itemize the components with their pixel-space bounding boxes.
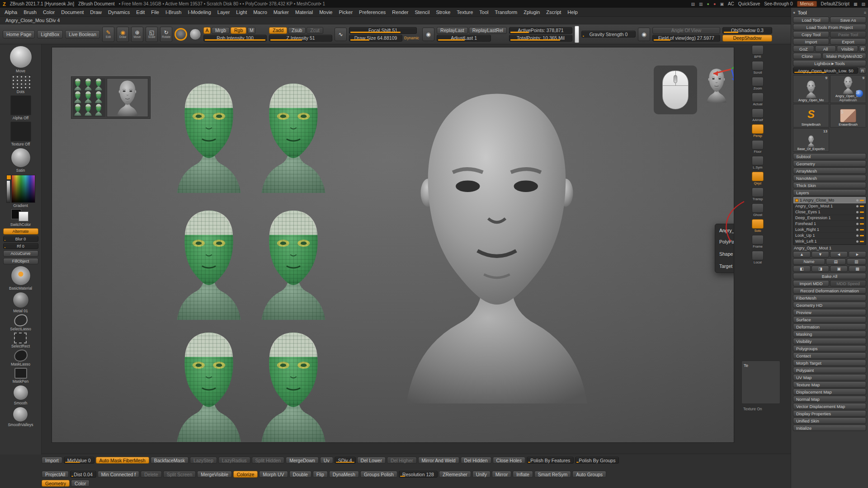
bottom-button[interactable]: Polish By Groups (575, 457, 619, 464)
rgb-toggle[interactable]: Rgb (231, 27, 246, 34)
import-mdd-button[interactable]: Import MDD (793, 280, 829, 286)
layer-visibility-icon[interactable] (856, 211, 859, 213)
menu-item[interactable]: Stroke (436, 9, 450, 15)
left-tool-item[interactable]: Alpha Off (10, 95, 31, 120)
right-shelf-button[interactable]: BPR (752, 45, 764, 59)
blur-slider[interactable]: Blur 0 (3, 236, 38, 242)
bottom-button[interactable]: Import (42, 457, 62, 464)
bottom-button[interactable]: Smart ReSym (534, 471, 571, 478)
active-tool-label[interactable]: Angry_Close_Mou SDiv 4 (5, 18, 60, 23)
right-shelf-button[interactable]: Scroll (752, 61, 764, 75)
bottom-button[interactable]: ProjectAll (42, 471, 69, 478)
menu-item[interactable]: Marker (274, 9, 289, 15)
menu-item[interactable]: Edit (136, 9, 145, 15)
value-strip[interactable] (6, 180, 10, 203)
layer-intensity-icon[interactable] (860, 223, 864, 225)
layer-intensity-icon[interactable] (860, 217, 864, 219)
menu-item[interactable]: Picker (339, 9, 353, 15)
tool-section-button[interactable]: Initialize (793, 425, 866, 431)
deep-shadow-button[interactable]: DeepShadow (722, 35, 772, 42)
right-shelf-button[interactable]: AAHalf (752, 108, 764, 122)
left-tool-item[interactable]: MaskPen (13, 368, 28, 384)
bottom-button[interactable]: Split Screen (163, 471, 196, 478)
camera-button[interactable]: ◉ (638, 28, 650, 41)
rotate-button[interactable]: ↻ Rotate (160, 27, 172, 42)
layer-move-button[interactable]: ▲ (793, 251, 811, 258)
layer-intensity-icon[interactable] (860, 206, 864, 207)
replay-last-button[interactable]: ReplayLast (437, 27, 468, 34)
edit-button[interactable]: ✎ Edit (102, 27, 114, 42)
layer-visibility-icon[interactable] (856, 229, 859, 231)
bottom-button[interactable]: Split Hidden (252, 457, 285, 464)
tool-section-button[interactable]: Visibility (793, 338, 866, 344)
obj-shadow-slider[interactable]: ObjShadow 0.3 (722, 27, 772, 34)
tool-section-button[interactable]: Display Properties (793, 410, 866, 417)
menu-item[interactable]: Document (61, 9, 84, 15)
switch-color-item[interactable]: SwitchColor (10, 209, 31, 227)
menu-item[interactable]: Render (392, 9, 408, 15)
bottom-button[interactable]: Del Higher (387, 457, 417, 464)
secondary-color-swatch[interactable] (19, 211, 28, 221)
layer-mode-button[interactable]: ▣ (830, 266, 848, 272)
layer-intensity-icon[interactable] (860, 241, 864, 242)
color-picker-item[interactable]: Gradient (6, 174, 35, 208)
tool-palette-header[interactable]: ● Tool ≡ (793, 9, 866, 16)
tool-section-button[interactable]: Displacement Map (793, 389, 866, 395)
context-menu-item-target-mask[interactable]: Target Mask (Empty) (719, 263, 734, 269)
bottom-button[interactable]: Color (71, 480, 90, 487)
menu-item[interactable]: Brush (24, 9, 37, 15)
goz-r-button[interactable]: R (859, 46, 866, 52)
left-tool-item[interactable]: BasicMaterial (9, 266, 32, 291)
bottom-button[interactable]: Flip (313, 471, 328, 478)
dynamic-toggle[interactable]: Dynamic (403, 36, 420, 40)
tool-section-button[interactable]: NanoMesh (793, 175, 866, 181)
right-shelf-button[interactable]: Floor (752, 140, 764, 154)
menu-item[interactable]: Stencil (415, 9, 429, 15)
window-icon[interactable]: ▦ (854, 2, 858, 6)
tool-section-button[interactable]: UV Map (793, 374, 866, 380)
copy-tool-button[interactable]: Copy Tool (793, 31, 829, 38)
right-shelf-button[interactable]: Persp (752, 124, 764, 138)
alpha-selector-button[interactable]: ◉ (422, 28, 434, 41)
right-shelf-button[interactable]: Solo (752, 219, 764, 233)
bottom-button[interactable]: LazyStep (190, 457, 217, 464)
bottom-button[interactable]: DynaMesh (329, 471, 359, 478)
switch-color-swatches[interactable] (10, 209, 30, 222)
tool-section-button[interactable]: Vector Displacement Map (793, 403, 866, 409)
left-tool-item[interactable]: Metal 01 (13, 292, 29, 313)
mdd-speed-button[interactable]: MDD Speed (830, 280, 866, 286)
bottom-button[interactable]: Uv (320, 457, 333, 464)
left-tool-item[interactable]: SmoothValleys (8, 407, 33, 427)
bottom-button[interactable]: Del Hidden (461, 457, 491, 464)
move-button[interactable]: ⊕ Move (131, 27, 143, 42)
alternate-button[interactable]: Alternate (3, 228, 38, 235)
scale-button[interactable]: ◱ Scale (146, 27, 158, 42)
right-shelf-button[interactable]: Qxyz (752, 172, 764, 185)
z-intensity-slider[interactable]: Z Intensity 51 (269, 35, 332, 42)
layer-row[interactable]: Forehead 1 (794, 221, 865, 226)
tool-section-button[interactable]: Unified Skin (793, 418, 866, 424)
fillobject-button[interactable]: FillObject (3, 258, 38, 264)
export-button[interactable]: Export (830, 38, 866, 45)
layer-mode-button[interactable]: ▩ (849, 266, 866, 272)
zcut-toggle[interactable]: Zcut (307, 27, 323, 34)
layer-option-button[interactable]: ▥ (847, 258, 867, 265)
right-shelf-button[interactable]: Actual (752, 93, 764, 106)
goz-button[interactable]: GoZ (793, 46, 814, 52)
menu-item[interactable]: Zplugin (524, 9, 540, 15)
clone-button[interactable]: Clone (793, 53, 821, 59)
layer-row[interactable]: Look_Up 1 (794, 233, 865, 238)
layer-move-button[interactable]: ◄ (830, 251, 848, 258)
default-zscript-button[interactable]: DefaultZScript (821, 1, 849, 6)
layer-row[interactable]: Wink_Left 1 (794, 239, 865, 244)
bottom-button[interactable]: BackfaceMask (151, 457, 189, 464)
draw-button[interactable]: ◉ Draw (117, 27, 129, 42)
tool-section-button[interactable]: Contact (793, 352, 866, 359)
bottom-button[interactable]: SDiv 4 (335, 457, 356, 464)
bottom-button[interactable]: Delete (141, 471, 161, 478)
lightbox-tools-button[interactable]: Lightbox►Tools (793, 60, 866, 66)
see-through-slider[interactable]: See-through 0 (764, 1, 793, 6)
stroke-preview-icon[interactable] (189, 28, 201, 40)
bottom-button[interactable]: Inflate (513, 471, 533, 478)
layer-visibility-icon[interactable] (856, 205, 859, 207)
